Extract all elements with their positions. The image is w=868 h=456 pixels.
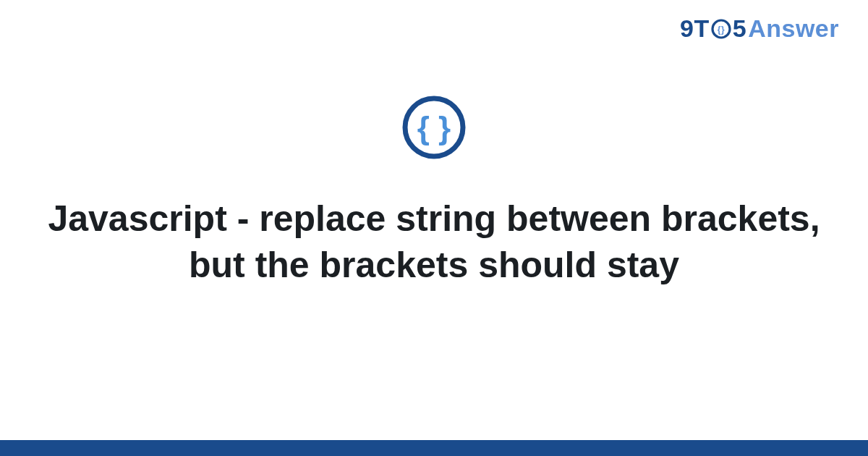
curly-braces-icon: { } (401, 94, 467, 164)
page-title: Javascript - replace string between brac… (0, 195, 868, 288)
svg-text:{ }: { } (417, 110, 451, 145)
logo-part-9: 9 (680, 14, 694, 43)
logo-o-icon: {} (710, 18, 732, 40)
footer-bar (0, 440, 868, 456)
logo-part-5: 5 (733, 14, 746, 43)
svg-text:{}: {} (718, 25, 725, 35)
site-logo: 9 T {} 5 Answer (680, 14, 839, 43)
logo-part-answer: Answer (748, 14, 839, 43)
logo-part-t: T (694, 14, 709, 43)
